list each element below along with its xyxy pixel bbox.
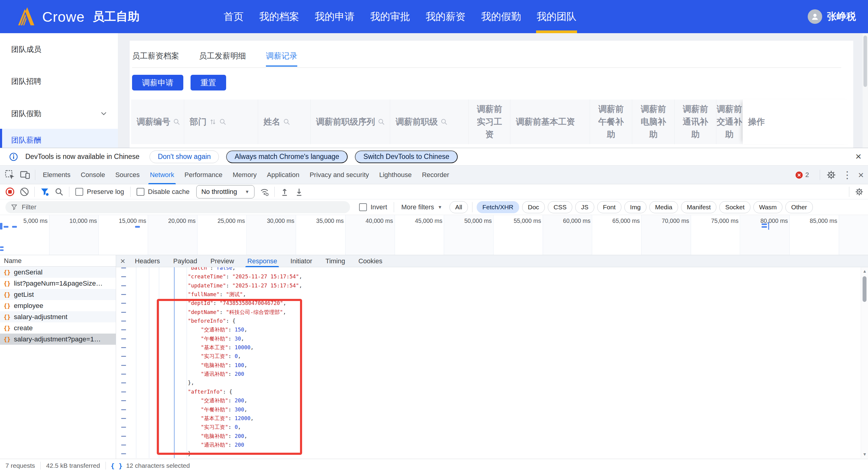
response-close-icon[interactable]: × bbox=[120, 256, 125, 266]
sidebar-item[interactable]: 团队假勤 bbox=[0, 105, 118, 122]
user-menu[interactable]: 张峥税 bbox=[808, 0, 856, 33]
request-row[interactable]: {}employee bbox=[0, 300, 116, 311]
column-header[interactable]: 调薪前职级 bbox=[390, 99, 469, 144]
response-tab-initiator[interactable]: Initiator bbox=[284, 255, 319, 267]
preserve-log-checkbox[interactable] bbox=[75, 188, 83, 196]
network-conditions-icon[interactable] bbox=[260, 187, 269, 196]
notification-close-icon[interactable]: × bbox=[855, 150, 861, 162]
content-tab[interactable]: 员工发薪明细 bbox=[199, 50, 246, 62]
request-row[interactable]: {}genSerial bbox=[0, 267, 116, 278]
more-options-icon[interactable]: ⋮ bbox=[842, 170, 852, 180]
filter-funnel-icon[interactable] bbox=[40, 187, 49, 196]
response-scrollbar-thumb[interactable] bbox=[863, 276, 867, 302]
filter-chip[interactable]: Font bbox=[597, 201, 621, 213]
requests-name-header[interactable]: Name bbox=[0, 255, 116, 267]
nav-item[interactable]: 我的薪资 bbox=[426, 0, 466, 33]
more-filters-button[interactable]: More filters ▼ bbox=[401, 203, 442, 211]
request-row[interactable]: {}create bbox=[0, 322, 116, 333]
filter-chip[interactable]: Fetch/XHR bbox=[477, 201, 519, 213]
dont-show-again-button[interactable]: Don't show again bbox=[150, 150, 219, 163]
invert-checkbox[interactable] bbox=[359, 203, 367, 211]
response-tab-response[interactable]: Response bbox=[241, 255, 284, 267]
request-row[interactable]: {}getList bbox=[0, 289, 116, 300]
response-tab-headers[interactable]: Headers bbox=[128, 255, 166, 267]
inspect-element-icon[interactable] bbox=[5, 170, 15, 180]
devtools-tab-application[interactable]: Application bbox=[262, 166, 305, 184]
filter-chip[interactable]: Socket bbox=[719, 201, 750, 213]
scroll-down-icon[interactable]: ▼ bbox=[861, 452, 868, 456]
nav-item[interactable]: 我的档案 bbox=[259, 0, 299, 33]
response-tab-cookies[interactable]: Cookies bbox=[352, 255, 389, 267]
devtools-tab-lighthouse[interactable]: Lighthouse bbox=[374, 166, 417, 184]
record-icon[interactable] bbox=[5, 187, 14, 196]
column-header[interactable]: 调薪前基本工资 bbox=[510, 99, 590, 144]
throttling-select[interactable]: No throttling ▼ bbox=[196, 185, 254, 199]
column-header[interactable]: 部门 bbox=[184, 99, 258, 144]
devtools-close-icon[interactable]: × bbox=[858, 170, 864, 180]
request-row[interactable]: {}salary-adjustment bbox=[0, 311, 116, 322]
nav-item[interactable]: 我的申请 bbox=[315, 0, 354, 33]
nav-item[interactable]: 我的审批 bbox=[370, 0, 410, 33]
response-scrollbar[interactable]: ▲ ▼ bbox=[861, 267, 868, 458]
settings-gear-icon[interactable] bbox=[826, 170, 836, 180]
filter-chip[interactable]: Manifest bbox=[681, 201, 716, 213]
device-toolbar-icon[interactable] bbox=[20, 170, 30, 180]
response-tab-preview[interactable]: Preview bbox=[204, 255, 241, 267]
devtools-tab-privacy-and-security[interactable]: Privacy and security bbox=[305, 166, 374, 184]
filter-chip[interactable]: CSS bbox=[548, 201, 572, 213]
request-row[interactable]: {}salary-adjustment?page=1… bbox=[0, 333, 116, 345]
column-header[interactable]: 操作 bbox=[743, 99, 853, 144]
search-icon[interactable] bbox=[55, 187, 64, 196]
devtools-tab-network[interactable]: Network bbox=[145, 166, 179, 184]
filter-chip[interactable]: Wasm bbox=[753, 201, 783, 213]
filter-chip[interactable]: Media bbox=[649, 201, 678, 213]
page-scrollbar-thumb[interactable] bbox=[864, 36, 867, 87]
filter-chip[interactable]: Doc bbox=[522, 201, 545, 213]
network-overview-timeline[interactable]: 5,000 ms10,000 ms15,000 ms20,000 ms25,00… bbox=[0, 215, 868, 255]
column-header[interactable]: 调薪前职级序列 bbox=[311, 99, 390, 144]
devtools-tab-sources[interactable]: Sources bbox=[110, 166, 145, 184]
filter-input[interactable]: Filter bbox=[5, 201, 350, 213]
filter-chip[interactable]: Img bbox=[624, 201, 646, 213]
import-har-icon[interactable] bbox=[280, 187, 289, 196]
switch-to-chinese-button[interactable]: Switch DevTools to Chinese bbox=[355, 150, 458, 163]
clear-icon[interactable] bbox=[20, 187, 29, 196]
content-tab[interactable]: 员工薪资档案 bbox=[132, 50, 179, 62]
column-header[interactable]: 调薪前实习工资 bbox=[469, 99, 510, 144]
sidebar-item[interactable]: 团队薪酬 bbox=[0, 129, 118, 148]
nav-item[interactable]: 我的假勤 bbox=[481, 0, 521, 33]
scroll-up-icon[interactable]: ▲ bbox=[861, 269, 868, 273]
column-header[interactable]: 调薪前交通补助 bbox=[716, 99, 743, 144]
export-har-icon[interactable] bbox=[294, 187, 304, 196]
filter-chip[interactable]: JS bbox=[575, 201, 594, 213]
network-settings-gear-icon[interactable] bbox=[855, 187, 864, 196]
sidebar-item[interactable]: 团队成员 bbox=[0, 41, 118, 58]
action-button[interactable]: 调薪申请 bbox=[132, 75, 183, 90]
error-badge[interactable]: 2 bbox=[795, 171, 809, 179]
sidebar-item[interactable]: 团队招聘 bbox=[0, 73, 118, 90]
network-filter-row: Filter Invert More filters ▼ AllFetch/XH… bbox=[0, 199, 868, 215]
nav-item[interactable]: 首页 bbox=[224, 0, 244, 33]
page-scrollbar[interactable] bbox=[863, 33, 868, 148]
filter-chip[interactable]: All bbox=[450, 201, 468, 213]
response-body-viewer[interactable]: "batch": false,"createTime": "2025-11-27… bbox=[116, 267, 861, 458]
devtools-tab-elements[interactable]: Elements bbox=[38, 166, 76, 184]
column-header[interactable]: 姓名 bbox=[258, 99, 311, 144]
nav-item[interactable]: 我的团队 bbox=[537, 0, 577, 33]
devtools-tab-memory[interactable]: Memory bbox=[228, 166, 262, 184]
response-tab-payload[interactable]: Payload bbox=[167, 255, 204, 267]
devtools-tab-recorder[interactable]: Recorder bbox=[417, 166, 454, 184]
column-header[interactable]: 调薪前午餐补助 bbox=[590, 99, 632, 144]
devtools-tab-performance[interactable]: Performance bbox=[179, 166, 228, 184]
devtools-tab-console[interactable]: Console bbox=[76, 166, 110, 184]
match-language-button[interactable]: Always match Chrome's language bbox=[226, 150, 348, 163]
column-header[interactable]: 调薪编号 bbox=[131, 99, 184, 144]
column-header[interactable]: 调薪前通讯补助 bbox=[675, 99, 716, 144]
filter-chip[interactable]: Other bbox=[785, 201, 813, 213]
response-tab-timing[interactable]: Timing bbox=[319, 255, 352, 267]
action-button[interactable]: 重置 bbox=[190, 75, 226, 90]
disable-cache-checkbox[interactable] bbox=[136, 188, 145, 196]
column-header[interactable]: 调薪前电脑补助 bbox=[632, 99, 675, 144]
request-row[interactable]: {}list?pageNum=1&pageSize… bbox=[0, 278, 116, 289]
content-tab[interactable]: 调薪记录 bbox=[266, 50, 297, 62]
